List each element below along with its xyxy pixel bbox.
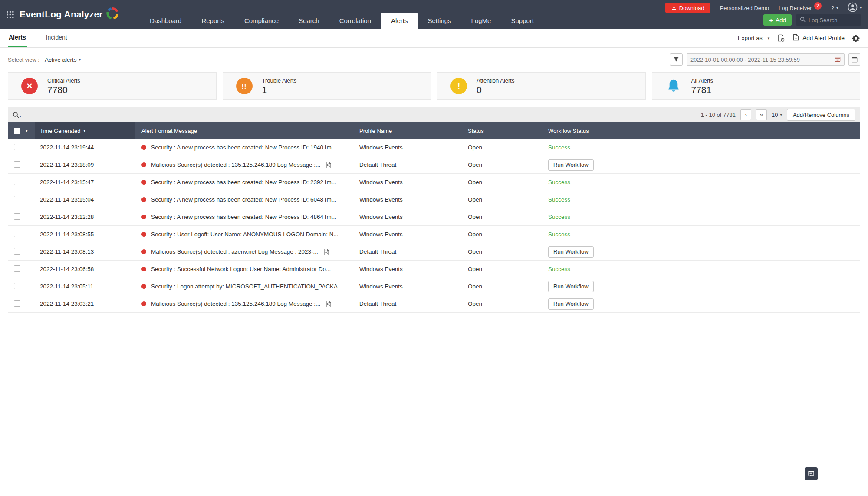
row-checkbox[interactable] bbox=[14, 300, 20, 307]
table-toolbar: ▾ 1 - 10 of 7781 › » 10▾ Add/Remove Colu… bbox=[8, 107, 860, 122]
card-value: 0 bbox=[477, 85, 514, 95]
column-workflow-status[interactable]: Workflow Status bbox=[546, 122, 860, 139]
table-search-icon[interactable]: ▾ bbox=[13, 112, 21, 118]
view-log-icon[interactable] bbox=[325, 162, 332, 169]
nav-item-logme[interactable]: LogMe bbox=[461, 13, 501, 29]
run-workflow-button[interactable]: Run Workflow bbox=[548, 159, 594, 171]
add-remove-columns-button[interactable]: Add/Remove Columns bbox=[787, 109, 855, 121]
row-message[interactable]: Security : User Logoff: User Name: ANONY… bbox=[151, 231, 339, 238]
column-profile-name[interactable]: Profile Name bbox=[357, 122, 465, 139]
calendar-button[interactable] bbox=[848, 53, 860, 66]
summary-cards: × Critical Alerts 7780 !! Trouble Alerts… bbox=[8, 72, 860, 100]
row-checkbox[interactable] bbox=[14, 179, 20, 185]
summary-card-trouble-alerts[interactable]: !! Trouble Alerts 1 bbox=[223, 72, 431, 100]
row-message[interactable]: Security : Successful Network Logon: Use… bbox=[151, 266, 331, 272]
add-alert-profile-button[interactable]: Add Alert Profile bbox=[792, 34, 845, 42]
chevron-down-icon: ▾ bbox=[768, 36, 770, 40]
row-profile: Windows Events bbox=[357, 196, 465, 203]
column-status[interactable]: Status bbox=[465, 122, 546, 139]
nav-item-dashboard[interactable]: Dashboard bbox=[140, 13, 191, 29]
row-checkbox[interactable] bbox=[14, 144, 20, 150]
tab-alerts[interactable]: Alerts bbox=[8, 29, 27, 47]
log-receiver-link[interactable]: Log Receiver 2 bbox=[779, 4, 822, 12]
row-checkbox[interactable] bbox=[14, 213, 20, 220]
account-menu[interactable]: ▾ bbox=[848, 2, 862, 13]
summary-card-attention-alerts[interactable]: ! Attention Alerts 0 bbox=[437, 72, 646, 100]
row-message[interactable]: Malicious Source(s) detected : 135.125.2… bbox=[151, 301, 320, 307]
pagination-label: 1 - 10 of 7781 bbox=[701, 112, 736, 118]
run-workflow-button[interactable]: Run Workflow bbox=[548, 246, 594, 258]
personalized-demo-link[interactable]: Personalized Demo bbox=[720, 5, 769, 11]
row-status: Open bbox=[465, 231, 546, 238]
table-row: 2022-11-14 23:18:09 Malicious Source(s) … bbox=[8, 156, 860, 174]
summary-card-all-alerts[interactable]: All Alerts 7781 bbox=[652, 72, 861, 100]
view-log-icon[interactable] bbox=[325, 301, 332, 308]
nav-item-search[interactable]: Search bbox=[289, 13, 329, 29]
summary-card-critical-alerts[interactable]: × Critical Alerts 7780 bbox=[8, 72, 217, 100]
card-icon bbox=[665, 78, 682, 94]
page-size-dropdown[interactable]: 10▾ bbox=[772, 112, 782, 118]
row-checkbox[interactable] bbox=[14, 196, 20, 202]
row-checkbox[interactable] bbox=[14, 248, 20, 255]
feedback-chat-button[interactable] bbox=[805, 467, 818, 480]
row-message[interactable]: Malicious Source(s) detected : azenv.net… bbox=[151, 248, 318, 255]
nav-item-alerts[interactable]: Alerts bbox=[381, 13, 418, 29]
workflow-success-label: Success bbox=[548, 266, 570, 272]
view-dropdown[interactable]: Active alerts▾ bbox=[45, 56, 81, 63]
apps-grid-icon[interactable] bbox=[6, 10, 14, 19]
filter-funnel-button[interactable] bbox=[670, 53, 683, 66]
table-row: 2022-11-14 23:05:11 Security : Logon att… bbox=[8, 278, 860, 295]
tab-incident[interactable]: Incident bbox=[45, 29, 68, 47]
row-checkbox[interactable] bbox=[14, 265, 20, 272]
chevron-down-icon[interactable]: ▾ bbox=[26, 129, 28, 133]
nav-item-reports[interactable]: Reports bbox=[191, 13, 234, 29]
log-search-box[interactable] bbox=[796, 14, 861, 26]
clear-date-icon[interactable] bbox=[835, 56, 841, 63]
run-workflow-button[interactable]: Run Workflow bbox=[548, 281, 594, 292]
card-label: Critical Alerts bbox=[47, 77, 80, 84]
row-profile: Windows Events bbox=[357, 214, 465, 220]
table-row: 2022-11-14 23:06:58 Security : Successfu… bbox=[8, 261, 860, 278]
last-page-button[interactable]: » bbox=[756, 109, 767, 120]
row-message[interactable]: Security : A new process has been create… bbox=[151, 144, 336, 151]
row-profile: Default Threat bbox=[357, 162, 465, 168]
chevron-down-icon: ▾ bbox=[79, 57, 81, 62]
select-view-label: Select view : bbox=[8, 56, 39, 63]
nav-item-compliance[interactable]: Compliance bbox=[234, 13, 289, 29]
next-page-button[interactable]: › bbox=[740, 109, 751, 120]
app-logo: EventLog Analyzer bbox=[20, 7, 119, 22]
row-checkbox[interactable] bbox=[14, 283, 20, 289]
view-log-icon[interactable] bbox=[323, 248, 330, 255]
help-menu[interactable]: ?▾ bbox=[831, 5, 838, 11]
select-all-checkbox[interactable] bbox=[14, 128, 20, 134]
settings-gear-icon[interactable] bbox=[852, 34, 860, 42]
severity-dot-icon bbox=[141, 162, 146, 167]
row-message[interactable]: Security : A new process has been create… bbox=[151, 179, 336, 185]
row-message[interactable]: Security : A new process has been create… bbox=[151, 214, 336, 220]
schedule-report-icon[interactable] bbox=[777, 34, 785, 42]
run-workflow-button[interactable]: Run Workflow bbox=[548, 298, 594, 310]
add-button[interactable]: +Add bbox=[763, 14, 792, 26]
column-alert-format-message[interactable]: Alert Format Message bbox=[135, 122, 357, 139]
chevron-down-icon: ▾ bbox=[836, 6, 838, 10]
export-as-dropdown[interactable]: Export as▾ bbox=[738, 35, 770, 41]
notification-badge[interactable]: 2 bbox=[814, 2, 822, 10]
row-checkbox[interactable] bbox=[14, 161, 20, 168]
download-button[interactable]: Download bbox=[665, 3, 710, 13]
trouble-exclamation-icon: !! bbox=[242, 83, 247, 89]
plus-icon: + bbox=[769, 17, 773, 24]
chevron-down-icon: ▾ bbox=[860, 6, 862, 10]
severity-dot-icon bbox=[141, 249, 146, 254]
severity-dot-icon bbox=[141, 232, 146, 237]
row-checkbox[interactable] bbox=[14, 231, 20, 237]
severity-dot-icon bbox=[141, 301, 146, 306]
row-message[interactable]: Malicious Source(s) detected : 135.125.2… bbox=[151, 162, 320, 168]
column-time-generated[interactable]: Time Generated▾ bbox=[35, 122, 135, 139]
nav-item-support[interactable]: Support bbox=[501, 13, 544, 29]
date-range-input[interactable]: 2022-10-01 00:00:00 - 2022-11-15 23:59:5… bbox=[687, 53, 845, 66]
nav-item-settings[interactable]: Settings bbox=[418, 13, 461, 29]
log-search-input[interactable] bbox=[809, 17, 857, 23]
row-message[interactable]: Security : Logon attempt by: MICROSOFT_A… bbox=[151, 283, 342, 290]
nav-item-correlation[interactable]: Correlation bbox=[329, 13, 381, 29]
row-message[interactable]: Security : A new process has been create… bbox=[151, 196, 336, 203]
